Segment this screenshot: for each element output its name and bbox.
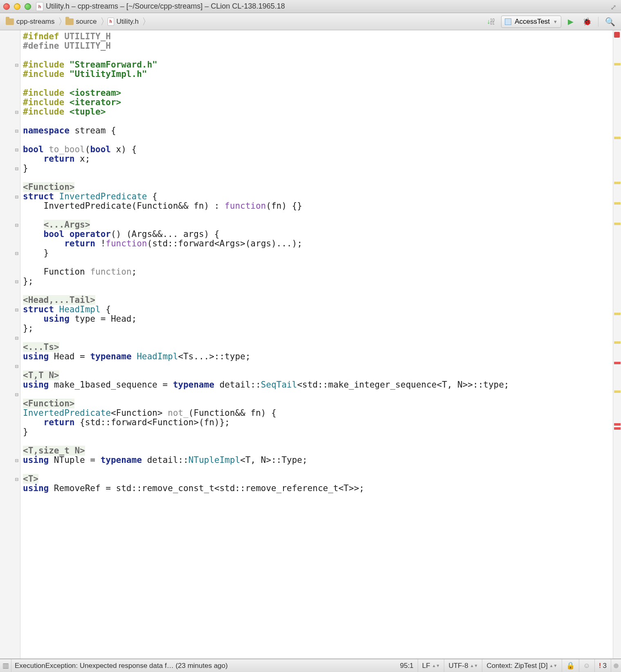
gutter-row[interactable]: [0, 408, 20, 418]
fold-toggle-icon[interactable]: ⊟: [15, 363, 18, 370]
search-button[interactable]: 🔍: [603, 16, 618, 28]
debug-button[interactable]: 🐞: [580, 16, 594, 28]
gutter-row[interactable]: [0, 79, 20, 88]
zoom-window-button[interactable]: [25, 3, 31, 10]
gutter-row[interactable]: [0, 380, 20, 390]
gutter-row[interactable]: [0, 324, 20, 333]
gutter-row[interactable]: [0, 295, 20, 305]
gutter-row[interactable]: [0, 465, 20, 474]
gutter-row[interactable]: [0, 51, 20, 60]
gutter-row[interactable]: [0, 173, 20, 183]
gutter-row[interactable]: ⊟: [0, 60, 20, 70]
gutter-row[interactable]: [0, 352, 20, 361]
fold-toggle-icon[interactable]: ⊟: [15, 194, 18, 200]
gutter-row[interactable]: [0, 201, 20, 211]
error-stripe-marker[interactable]: [614, 137, 621, 139]
gutter-row[interactable]: ⊟: [0, 220, 20, 230]
gutter-row[interactable]: [0, 418, 20, 427]
run-button[interactable]: ▶: [565, 16, 576, 28]
gutter-row[interactable]: [0, 117, 20, 126]
gutter-row[interactable]: [0, 521, 20, 531]
gutter-row[interactable]: [0, 503, 20, 512]
fullscreen-icon[interactable]: ⤢: [610, 3, 618, 10]
breadcrumb-item-project[interactable]: cpp-streams: [3, 17, 57, 27]
fold-toggle-icon[interactable]: ⊟: [15, 307, 18, 313]
fold-toggle-icon[interactable]: ⊟: [15, 391, 18, 398]
fold-toggle-icon[interactable]: ⊟: [15, 335, 18, 341]
gutter-row[interactable]: ⊟: [0, 126, 20, 135]
fold-toggle-icon[interactable]: ⊟: [15, 109, 18, 115]
readonly-toggle[interactable]: 🔒: [562, 659, 579, 672]
error-count[interactable]: !3: [595, 659, 611, 672]
error-stripe-marker[interactable]: [614, 313, 621, 315]
file-encoding[interactable]: UTF-8▲▼: [444, 659, 482, 672]
fold-toggle-icon[interactable]: ⊟: [15, 128, 18, 134]
line-separator[interactable]: LF▲▼: [418, 659, 445, 672]
gutter-row[interactable]: [0, 493, 20, 503]
fold-toggle-icon[interactable]: ⊟: [15, 62, 18, 68]
error-stripe-marker[interactable]: [614, 423, 621, 426]
gutter-row[interactable]: [0, 286, 20, 295]
gutter-row[interactable]: [0, 258, 20, 267]
error-stripe-marker[interactable]: [614, 63, 621, 65]
gutter-row[interactable]: ⊟: [0, 333, 20, 343]
error-stripe-marker[interactable]: [614, 202, 621, 205]
gutter-row[interactable]: [0, 267, 20, 277]
gutter-row[interactable]: [0, 183, 20, 192]
gutter-row[interactable]: ⊟: [0, 305, 20, 314]
fold-toggle-icon[interactable]: ⊟: [15, 278, 18, 285]
breadcrumb-item-file[interactable]: Utility.h: [105, 17, 141, 27]
gutter-row[interactable]: ⊟: [0, 474, 20, 484]
fold-toggle-icon[interactable]: ⊟: [15, 222, 18, 228]
gutter-row[interactable]: [0, 70, 20, 79]
close-window-button[interactable]: [3, 3, 10, 10]
error-stripe-marker[interactable]: [614, 427, 621, 430]
gutter-row[interactable]: [0, 230, 20, 239]
background-tasks-icon[interactable]: [614, 663, 619, 668]
gutter-row[interactable]: [0, 484, 20, 493]
inspection-profile[interactable]: ☺: [579, 659, 595, 672]
error-stripe-marker[interactable]: [614, 32, 620, 38]
error-stripe-marker[interactable]: [614, 223, 621, 225]
error-stripe[interactable]: [613, 30, 621, 658]
tool-windows-toggle[interactable]: ▥: [0, 659, 11, 672]
gutter-row[interactable]: [0, 135, 20, 145]
fold-toggle-icon[interactable]: ⊟: [15, 476, 18, 483]
gutter-row[interactable]: [0, 512, 20, 521]
gutter-row[interactable]: [0, 314, 20, 324]
gutter-row[interactable]: ⊟: [0, 277, 20, 286]
gutter-row[interactable]: [0, 41, 20, 51]
gutter-row[interactable]: ⊟: [0, 164, 20, 173]
gutter-row[interactable]: ⊟: [0, 390, 20, 399]
gutter-row[interactable]: [0, 98, 20, 107]
gutter-row[interactable]: [0, 399, 20, 408]
breadcrumb-item-folder[interactable]: source: [63, 17, 99, 27]
error-stripe-marker[interactable]: [614, 341, 621, 344]
status-message[interactable]: ExecutionException: Unexpected response …: [11, 662, 396, 670]
gutter-row[interactable]: [0, 32, 20, 41]
fold-toggle-icon[interactable]: ⊟: [15, 165, 18, 172]
minimize-window-button[interactable]: [14, 3, 20, 10]
gutter-row[interactable]: ⊟: [0, 145, 20, 154]
gutter-row[interactable]: [0, 437, 20, 446]
fold-toggle-icon[interactable]: ⊟: [15, 147, 18, 153]
gutter-row[interactable]: [0, 154, 20, 164]
gutter-row[interactable]: ⊟: [0, 361, 20, 371]
cursor-position[interactable]: 95:1: [396, 659, 418, 672]
run-config-select[interactable]: AccessTest ▼: [501, 16, 561, 28]
gutter-row[interactable]: ⊟: [0, 192, 20, 201]
gutter-row[interactable]: [0, 427, 20, 437]
gutter[interactable]: ⊟⊟⊟⊟⊟⊟⊟⊟⊟⊟⊟⊟⊟⊟⊟: [0, 30, 20, 658]
fold-toggle-icon[interactable]: ⊟: [15, 250, 18, 257]
context-select[interactable]: Context: ZipTest [D]▲▼: [482, 659, 562, 672]
gutter-row[interactable]: ⊟: [0, 456, 20, 465]
gutter-row[interactable]: ⊟: [0, 248, 20, 258]
make-button[interactable]: ↓1001: [484, 16, 497, 28]
error-stripe-marker[interactable]: [614, 362, 621, 364]
fold-toggle-icon[interactable]: ⊟: [15, 457, 18, 464]
gutter-row[interactable]: ⊟: [0, 107, 20, 117]
gutter-row[interactable]: [0, 239, 20, 248]
gutter-row[interactable]: [0, 88, 20, 98]
error-stripe-marker[interactable]: [614, 182, 621, 184]
error-stripe-marker[interactable]: [614, 390, 621, 393]
